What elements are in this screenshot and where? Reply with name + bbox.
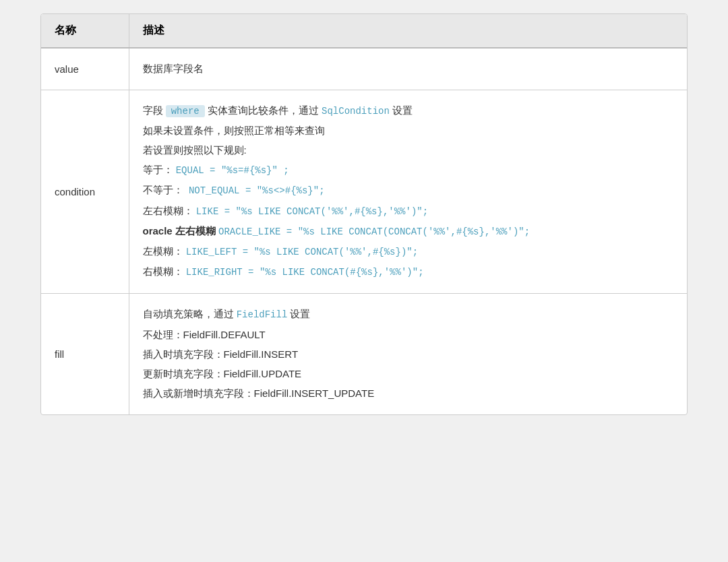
table-row: fill 自动填充策略，通过 FieldFill 设置 不处理：FieldFil… <box>41 294 687 414</box>
where-tag: where <box>166 105 205 117</box>
condition-equal: 等于： EQUAL = "%s=#{%s}" ; <box>143 160 674 179</box>
like-code: LIKE = "%s LIKE CONCAT('%%',#{%s},'%%')"… <box>196 206 428 217</box>
condition-line-3: 若设置则按照以下规则: <box>143 141 674 159</box>
like-right-label: 右模糊： <box>143 266 186 277</box>
col-header-name: 名称 <box>41 14 129 48</box>
oracle-like-code: ORACLE_LIKE = "%s LIKE CONCAT(CONCAT('%%… <box>218 226 530 237</box>
fill-line-insert-update: 插入或新增时填充字段：FieldFill.INSERT_UPDATE <box>143 384 674 402</box>
not-equal-code: NOT_EQUAL = "%s<>#{%s}"; <box>183 185 325 196</box>
condition-like-left: 左模糊： LIKE_LEFT = "%s LIKE CONCAT('%%',#{… <box>143 242 674 261</box>
row-desc-fill: 自动填充策略，通过 FieldFill 设置 不处理：FieldFill.DEF… <box>129 294 687 414</box>
condition-line-2: 如果未设置条件，则按照正常相等来查询 <box>143 121 674 139</box>
fieldfill-code: FieldFill <box>237 309 288 320</box>
row-name-condition: condition <box>41 90 129 294</box>
text-field: 字段 <box>143 104 166 116</box>
equal-label: 等于： <box>143 164 176 175</box>
not-equal-label: 不等于： <box>143 184 183 195</box>
row-name-fill: fill <box>41 294 129 414</box>
sqlcondition-code: SqlCondition <box>322 106 390 117</box>
condition-like-right: 右模糊： LIKE_RIGHT = "%s LIKE CONCAT(#{%s},… <box>143 262 674 281</box>
col-header-description: 描述 <box>129 14 687 48</box>
fill-line-1: 自动填充策略，通过 FieldFill 设置 <box>143 305 674 323</box>
condition-like: 左右模糊： LIKE = "%s LIKE CONCAT('%%',#{%s},… <box>143 201 674 220</box>
fill-text-2: 设置 <box>287 308 310 319</box>
oracle-like-label: oracle 左右模糊 <box>143 225 219 237</box>
fill-text-1: 自动填充策略，通过 <box>143 308 237 319</box>
fill-line-update: 更新时填充字段：FieldFill.UPDATE <box>143 365 674 383</box>
equal-code: EQUAL = "%s=#{%s}" ; <box>176 165 289 176</box>
condition-not-equal: 不等于： NOT_EQUAL = "%s<>#{%s}"; <box>143 181 674 199</box>
desc-text: 数据库字段名 <box>143 59 674 77</box>
like-label: 左右模糊： <box>143 205 196 216</box>
row-desc-condition: 字段 where 实体查询比较条件，通过 SqlCondition 设置 如果未… <box>129 90 687 294</box>
like-right-code: LIKE_RIGHT = "%s LIKE CONCAT(#{%s},'%%')… <box>186 267 424 278</box>
table-row: condition 字段 where 实体查询比较条件，通过 SqlCondit… <box>41 90 687 294</box>
like-left-code: LIKE_LEFT = "%s LIKE CONCAT('%%',#{%s})"… <box>186 247 418 257</box>
row-desc-value: 数据库字段名 <box>129 48 687 90</box>
condition-oracle-like: oracle 左右模糊 ORACLE_LIKE = "%s LIKE CONCA… <box>143 222 674 241</box>
like-left-label: 左模糊： <box>143 245 186 257</box>
fill-line-insert: 插入时填充字段：FieldFill.INSERT <box>143 345 674 363</box>
doc-table: 名称 描述 value 数据库字段名 condition 字段 where 实体… <box>41 14 687 414</box>
row-name-value: value <box>41 48 129 90</box>
condition-line-1: 字段 where 实体查询比较条件，通过 SqlCondition 设置 <box>143 101 674 120</box>
text-sqlcondition: 实体查询比较条件，通过 <box>205 104 322 116</box>
main-table-wrapper: 名称 描述 value 数据库字段名 condition 字段 where 实体… <box>40 13 688 415</box>
text-set: 设置 <box>390 104 413 116</box>
table-row: value 数据库字段名 <box>41 48 687 90</box>
fill-line-default: 不处理：FieldFill.DEFAULT <box>143 325 674 344</box>
table-header-row: 名称 描述 <box>41 14 687 48</box>
